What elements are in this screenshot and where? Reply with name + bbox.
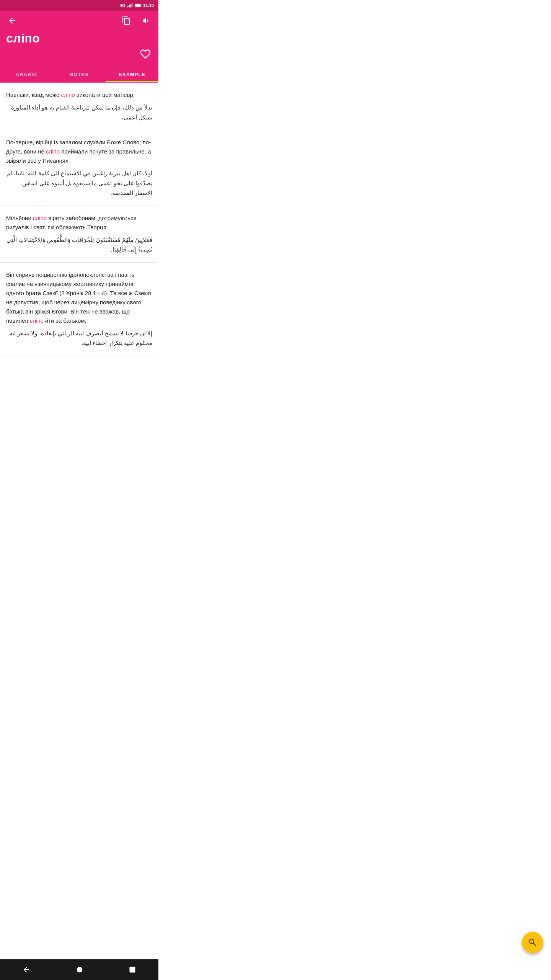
favorite-button[interactable] <box>139 47 152 61</box>
header-bottom-row <box>6 47 152 61</box>
ukrainian-text-2: По-перше, вірійці із запалом слухали Бож… <box>6 138 152 165</box>
highlight-word-1: сліпо <box>61 91 75 98</box>
svg-rect-6 <box>141 5 141 6</box>
status-icons: 4G ⚡ 11:10 <box>120 2 154 8</box>
example-block-1: Навпаки, квад може сліпо виконати цей ма… <box>0 83 158 130</box>
copy-button[interactable] <box>120 15 132 27</box>
time-display: 11:10 <box>143 3 154 8</box>
back-arrow-icon <box>8 16 17 25</box>
tab-arabic[interactable]: ARABIC <box>0 66 53 82</box>
svg-rect-1 <box>129 5 130 8</box>
arabic-text-1: بدلاً من ذلك، فإن ما يمكن للرباعية القيا… <box>6 103 152 122</box>
tab-example[interactable]: EXAMPLE <box>106 66 158 82</box>
highlight-word-3: сліпо <box>33 215 47 221</box>
highlight-word-4: сліпо <box>30 317 44 324</box>
status-bar: 4G ⚡ 11:10 <box>0 0 158 11</box>
volume-button[interactable] <box>140 15 152 27</box>
example-block-4: Він сприяв поширенню ідолопоклонства і н… <box>0 263 158 356</box>
app-header: сліпо <box>0 11 158 66</box>
content-area: Навпаки, квад може сліпо виконати цей ма… <box>0 83 158 356</box>
arabic-text-2: اولا، كان اهل بيرية راغبين في الاستماع ا… <box>6 168 152 198</box>
arabic-text-3: فَمَلَايِينُ مِنْهُمْ مُسْتَعْبَدُونَ لِ… <box>6 235 152 255</box>
header-left-controls <box>6 15 18 27</box>
example-block-2: По-перше, вірійці із запалом слухали Бож… <box>0 130 158 206</box>
back-button[interactable] <box>6 15 18 27</box>
header-top-row <box>6 15 152 27</box>
arabic-text-4: إلا ان حزقيا لا يسمح لتصرف ابيه الريائي … <box>6 328 152 348</box>
example-block-3: Мільйони сліпо вірять забобонам, дотриму… <box>0 206 158 263</box>
word-title: сліпо <box>6 31 152 46</box>
heart-icon <box>140 49 151 59</box>
highlight-word-2: сліпо <box>46 148 60 155</box>
ukrainian-text-1: Навпаки, квад може сліпо виконати цей ма… <box>6 90 152 100</box>
tab-notes[interactable]: NOTES <box>53 66 106 82</box>
tabs-container: ARABIC NOTES EXAMPLE <box>0 66 158 83</box>
svg-rect-0 <box>127 6 129 7</box>
svg-rect-2 <box>130 4 132 7</box>
ukrainian-text-3: Мільйони сліпо вірять забобонам, дотриму… <box>6 214 152 232</box>
ukrainian-text-4: Він сприяв поширенню ідолопоклонства і н… <box>6 270 152 325</box>
battery-icon: ⚡ <box>135 3 142 8</box>
volume-icon <box>142 16 151 25</box>
svg-rect-3 <box>132 3 133 7</box>
header-right-controls <box>120 15 152 27</box>
signal-bars-icon <box>127 2 133 8</box>
copy-icon <box>122 16 131 25</box>
signal-icon: 4G <box>120 3 126 8</box>
